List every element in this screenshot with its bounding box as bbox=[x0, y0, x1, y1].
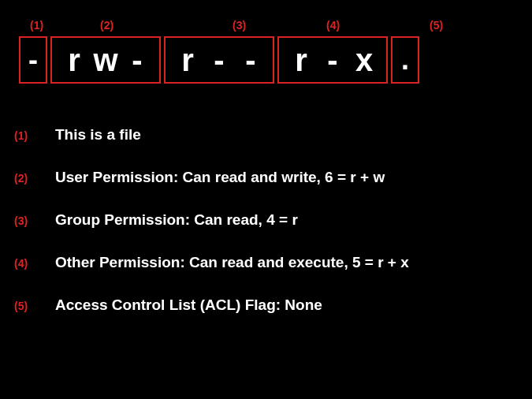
explanation-num: (1) bbox=[14, 129, 36, 142]
permission-boxes-row: - r w - r - - r - x . bbox=[19, 36, 419, 84]
explanation-row: (3) Group Permission: Can read, 4 = r bbox=[14, 211, 409, 229]
explanation-text: This is a file bbox=[55, 126, 141, 144]
char: - bbox=[22, 43, 44, 76]
char: r bbox=[285, 43, 317, 78]
explanation-num: (4) bbox=[14, 257, 36, 270]
char: r bbox=[58, 43, 90, 78]
segment-label-1: (1) bbox=[30, 19, 43, 32]
explanation-text: Access Control List (ACL) Flag: None bbox=[55, 296, 322, 314]
char: r bbox=[172, 43, 203, 78]
segment-label-2: (2) bbox=[100, 19, 113, 32]
permission-box-2: r w - bbox=[50, 36, 161, 84]
segment-label-3: (3) bbox=[233, 19, 246, 32]
segment-label-4: (4) bbox=[326, 19, 340, 32]
explanations-list: (1) This is a file (2) User Permission: … bbox=[14, 126, 409, 314]
explanation-text: Group Permission: Can read, 4 = r bbox=[55, 211, 298, 229]
char: x bbox=[348, 43, 380, 78]
explanation-num: (3) bbox=[14, 214, 36, 227]
char: . bbox=[394, 43, 416, 76]
char: w bbox=[90, 43, 121, 78]
explanation-text: Other Permission: Can read and execute, … bbox=[55, 254, 409, 271]
permission-box-4: r - x bbox=[277, 36, 388, 84]
char: - bbox=[235, 43, 266, 78]
permission-box-1: - bbox=[19, 36, 47, 84]
explanation-row: (4) Other Permission: Can read and execu… bbox=[14, 254, 409, 271]
char: - bbox=[121, 43, 153, 78]
permission-box-5: . bbox=[391, 36, 419, 84]
explanation-row: (1) This is a file bbox=[14, 126, 409, 144]
permission-box-3: r - - bbox=[164, 36, 274, 84]
explanation-num: (5) bbox=[14, 300, 36, 312]
segment-label-5: (5) bbox=[430, 19, 443, 32]
explanation-row: (2) User Permission: Can read and write,… bbox=[14, 169, 409, 186]
explanation-num: (2) bbox=[14, 172, 36, 185]
explanation-row: (5) Access Control List (ACL) Flag: None bbox=[14, 296, 409, 314]
char: - bbox=[203, 43, 235, 78]
explanation-text: User Permission: Can read and write, 6 =… bbox=[55, 169, 385, 186]
char: - bbox=[317, 43, 348, 78]
